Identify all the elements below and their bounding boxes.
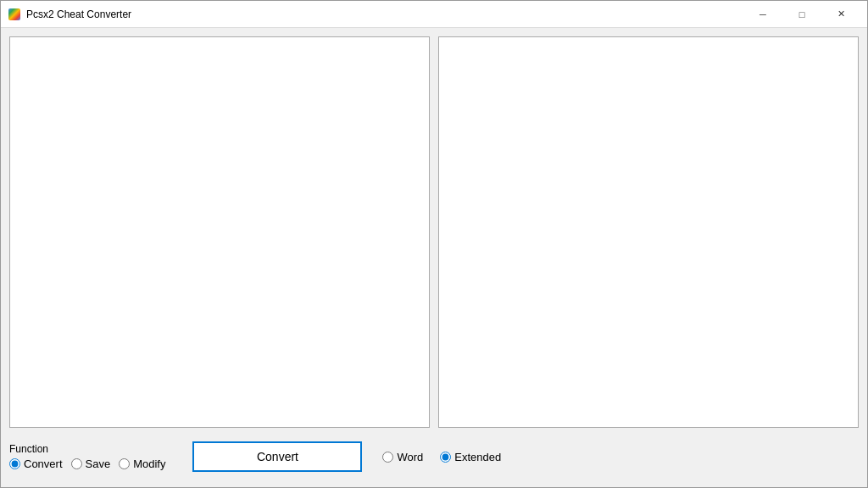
- convert-button[interactable]: Convert: [192, 441, 362, 472]
- maximize-button[interactable]: □: [782, 1, 821, 28]
- text-areas-row: [9, 36, 859, 428]
- radio-extended-item[interactable]: Extended: [440, 451, 501, 463]
- titlebar: Pcsx2 Cheat Converter ─ □ ✕: [1, 1, 867, 28]
- radio-save-label[interactable]: Save: [86, 458, 111, 470]
- radio-word[interactable]: [382, 452, 393, 463]
- output-textarea[interactable]: [438, 36, 859, 428]
- radio-save[interactable]: [71, 458, 82, 469]
- radio-word-label[interactable]: Word: [397, 451, 423, 463]
- titlebar-controls: ─ □ ✕: [743, 1, 860, 28]
- radio-convert[interactable]: [9, 458, 20, 469]
- radio-modify-label[interactable]: Modify: [133, 458, 165, 470]
- radio-save-item[interactable]: Save: [71, 458, 111, 470]
- radio-modify-item[interactable]: Modify: [119, 458, 165, 470]
- close-button[interactable]: ✕: [821, 1, 860, 28]
- function-group: Function Convert Save Modify: [9, 443, 165, 470]
- minimize-button[interactable]: ─: [743, 1, 782, 28]
- function-label: Function: [9, 443, 165, 455]
- titlebar-left: Pcsx2 Cheat Converter: [8, 8, 131, 21]
- content-area: Function Convert Save Modify: [1, 28, 867, 487]
- window-title: Pcsx2 Cheat Converter: [26, 8, 131, 20]
- function-radio-group: Convert Save Modify: [9, 458, 165, 470]
- radio-convert-item[interactable]: Convert: [9, 458, 63, 470]
- radio-extended-label[interactable]: Extended: [454, 451, 501, 463]
- app-icon-graphic: [8, 8, 20, 20]
- app-icon: [8, 8, 21, 21]
- bottom-bar: Function Convert Save Modify: [9, 435, 859, 479]
- main-window: Pcsx2 Cheat Converter ─ □ ✕ Function Con…: [0, 0, 868, 488]
- radio-word-item[interactable]: Word: [382, 451, 423, 463]
- right-radio-group: Word Extended: [382, 451, 501, 463]
- radio-extended[interactable]: [440, 452, 451, 463]
- radio-modify[interactable]: [119, 458, 130, 469]
- radio-convert-label[interactable]: Convert: [24, 458, 63, 470]
- input-textarea[interactable]: [9, 36, 430, 428]
